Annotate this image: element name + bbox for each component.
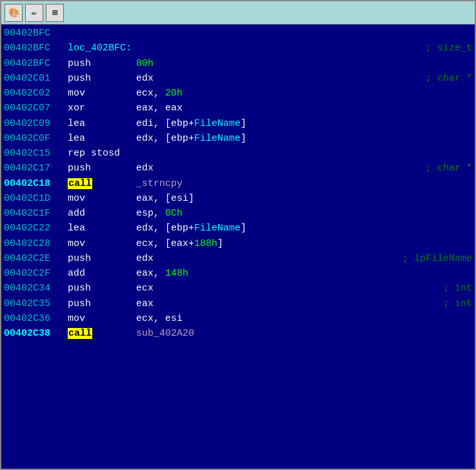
mnemonic: call (62, 326, 107, 341)
operand-label: FileName (194, 221, 241, 236)
address: 00402C01 (4, 71, 62, 86)
operand: sub_402A20 (107, 326, 194, 341)
address: 00402BFC (4, 26, 62, 41)
mnemonic: lea (62, 221, 107, 236)
code-line: 00402C07 xor eax, eax (4, 101, 472, 116)
operand: ecx, [eax+ (107, 236, 194, 251)
code-line: 00402C17 push edx ; char * (4, 161, 472, 176)
code-line: 00402C36 mov ecx, esi (4, 311, 472, 326)
mnemonic: mov (62, 191, 107, 206)
operand: eax, [esi] (107, 191, 194, 206)
address: 00402C2F (4, 266, 62, 281)
code-line: 00402C2E push edx ; lpFileName (4, 251, 472, 266)
mnemonic: xor (62, 101, 107, 116)
mnemonic: mov (62, 86, 107, 101)
operand-bracket: ] (241, 221, 246, 236)
operand-label: FileName (194, 116, 241, 131)
operand: eax, (107, 266, 165, 281)
address: 00402C35 (4, 296, 62, 311)
code-line: 00402C02 mov ecx, 20h (4, 86, 472, 101)
operand-hex: 188h (194, 236, 217, 251)
code-line: 00402C09 lea edi, [ebp+FileName] (4, 116, 472, 131)
operand: edx (107, 161, 154, 176)
highlighted-call: call (68, 178, 92, 189)
operand-hex: 20h (165, 86, 183, 101)
address: 00402C09 (4, 116, 62, 131)
mnemonic: add (62, 206, 107, 221)
code-line: 00402C15 rep stosd (4, 146, 472, 161)
address: 00402C36 (4, 311, 62, 326)
address: 00402BFC (4, 41, 62, 56)
mnemonic: call (62, 176, 107, 191)
operand: _strncpy (107, 176, 183, 191)
comment: ; int (430, 296, 472, 311)
disassembly-view[interactable]: 00402BFC 00402BFC loc_402BFC: ; size_t 0… (1, 25, 475, 469)
code-line: 00402C0F lea edx, [ebp+FileName] (4, 131, 472, 146)
main-window: 🎨 ✏️ ⊞ 00402BFC 00402BFC loc_402BFC: ; s… (0, 0, 476, 470)
mnemonic: push (62, 161, 107, 176)
operand: edx (107, 71, 154, 86)
operand: edi, [ebp+ (107, 116, 194, 131)
address: 00402C2E (4, 251, 62, 266)
mnemonic: push (62, 71, 107, 86)
operand-bracket: ] (217, 236, 223, 251)
address: 00402C1F (4, 206, 62, 221)
pencil-icon[interactable]: ✏️ (25, 4, 43, 22)
comment: ; char * (413, 71, 472, 86)
address: 00402C0F (4, 131, 62, 146)
operand-hex: 0Ch (165, 206, 183, 221)
code-line: 00402C38 call sub_402A20 (4, 326, 472, 341)
address: 00402C15 (4, 146, 62, 161)
operand: ecx (107, 281, 154, 296)
operand-bracket: ] (241, 116, 246, 131)
operand: eax (107, 296, 154, 311)
mnemonic: mov (62, 311, 107, 326)
address: 00402C34 (4, 281, 62, 296)
address: 00402C02 (4, 86, 62, 101)
comment: ; size_t (413, 41, 472, 56)
operand-bracket: ] (241, 131, 246, 146)
operand: ecx, (107, 86, 165, 101)
code-line: 00402C1F add esp, 0Ch (4, 206, 472, 221)
mnemonic: push (62, 56, 107, 71)
address: 00402C22 (4, 221, 62, 236)
code-line: 00402C22 lea edx, [ebp+FileName] (4, 221, 472, 236)
address: 00402C1D (4, 191, 62, 206)
address: 00402C18 (4, 176, 62, 191)
code-line: 00402C35 push eax ; int (4, 296, 472, 311)
comment: ; lpFileName (390, 251, 472, 266)
operand: edx, [ebp+ (107, 221, 194, 236)
operand-hex: 148h (165, 266, 188, 281)
palette-icon[interactable]: 🎨 (5, 4, 23, 22)
label: loc_402BFC: (62, 41, 132, 56)
address: 00402C17 (4, 161, 62, 176)
mnemonic: rep stosd (62, 146, 120, 161)
address: 00402C07 (4, 101, 62, 116)
mnemonic: push (62, 251, 107, 266)
code-line: 00402C34 push ecx ; int (4, 281, 472, 296)
operand: eax, eax (107, 101, 183, 116)
operand-label: FileName (194, 131, 241, 146)
toolbar: 🎨 ✏️ ⊞ (1, 1, 475, 25)
code-line: 00402BFC (4, 26, 472, 41)
code-line: 00402C28 mov ecx, [eax+188h] (4, 236, 472, 251)
code-line: 00402BFC loc_402BFC: ; size_t (4, 41, 472, 56)
operand: 80h (107, 56, 154, 71)
code-line: 00402C1D mov eax, [esi] (4, 191, 472, 206)
code-line: 00402C2F add eax, 148h (4, 266, 472, 281)
address: 00402BFC (4, 56, 62, 71)
mnemonic: mov (62, 236, 107, 251)
code-line: 00402C01 push edx ; char * (4, 71, 472, 86)
operand: edx, [ebp+ (107, 131, 194, 146)
mnemonic: push (62, 281, 107, 296)
code-line: 00402C18 call _strncpy (4, 176, 472, 191)
operand: ecx, esi (107, 311, 183, 326)
operand: esp, (107, 206, 165, 221)
grid-icon[interactable]: ⊞ (46, 4, 64, 22)
comment: ; int (430, 281, 472, 296)
mnemonic: lea (62, 131, 107, 146)
mnemonic: push (62, 296, 107, 311)
address: 00402C38 (4, 326, 62, 341)
mnemonic: lea (62, 116, 107, 131)
highlighted-call: call (68, 328, 92, 339)
